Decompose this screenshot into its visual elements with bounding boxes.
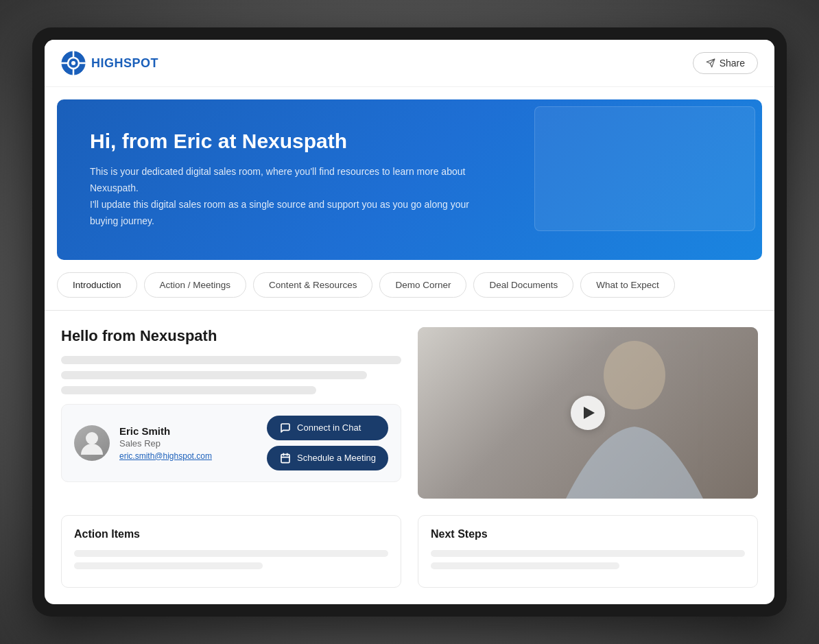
left-column: Hello from Nexuspath	[61, 327, 401, 499]
hero-desc-line2: I'll update this digital sales room as a…	[90, 197, 488, 230]
tab-introduction[interactable]: Introduction	[57, 272, 137, 298]
svg-point-14	[604, 341, 665, 409]
next-step-line-1	[431, 550, 745, 557]
contact-name: Eric Smith	[119, 425, 212, 437]
share-icon	[706, 58, 715, 68]
video-thumbnail[interactable]	[418, 327, 758, 499]
nav-tabs: Introduction Action / Meetings Content &…	[45, 260, 774, 311]
device-frame: HIGHSPOT Share Hi, from Eric at Nexuspat…	[32, 27, 787, 616]
svg-point-9	[86, 432, 98, 444]
calendar-icon	[279, 452, 292, 464]
next-step-line-2	[431, 562, 619, 569]
bottom-section: Action Items Next Steps	[45, 499, 774, 604]
main-content: Hello from Nexuspath	[45, 311, 774, 499]
hero-title: Hi, from Eric at Nexuspath	[90, 130, 729, 153]
tab-demo-corner[interactable]: Demo Corner	[379, 272, 466, 298]
text-placeholder-3	[61, 386, 316, 394]
tab-deal-documents[interactable]: Deal Documents	[473, 272, 573, 298]
action-items-card: Action Items	[61, 515, 401, 588]
logo-area: HIGHSPOT	[61, 51, 158, 75]
contact-info: Eric Smith Sales Rep eric.smith@highspot…	[74, 425, 212, 461]
app-header: HIGHSPOT Share	[45, 40, 774, 87]
avatar-image	[74, 425, 110, 461]
next-steps-title: Next Steps	[431, 528, 745, 540]
contact-email: eric.smith@highspot.com	[119, 451, 212, 461]
right-column	[418, 327, 758, 499]
svg-point-2	[71, 61, 75, 65]
connect-chat-button[interactable]: Connect in Chat	[267, 416, 388, 440]
schedule-meeting-button[interactable]: Schedule a Meeting	[267, 446, 388, 470]
highspot-logo-icon	[61, 51, 86, 75]
contact-actions: Connect in Chat Sche	[267, 416, 388, 470]
action-items-title: Action Items	[74, 528, 388, 540]
action-item-line-1	[74, 550, 388, 557]
contact-details: Eric Smith Sales Rep eric.smith@highspot…	[119, 425, 212, 461]
share-button[interactable]: Share	[693, 52, 758, 74]
tab-what-to-expect[interactable]: What to Expect	[580, 272, 675, 298]
svg-rect-10	[281, 454, 289, 462]
tab-action-meetings[interactable]: Action / Meetings	[144, 272, 247, 298]
contact-role: Sales Rep	[119, 438, 212, 449]
section-title-hello: Hello from Nexuspath	[61, 327, 401, 345]
play-button[interactable]	[571, 396, 605, 430]
next-steps-card: Next Steps	[418, 515, 758, 588]
logo-text: HIGHSPOT	[91, 56, 158, 71]
contact-card: Eric Smith Sales Rep eric.smith@highspot…	[61, 404, 401, 482]
browser-window: HIGHSPOT Share Hi, from Eric at Nexuspat…	[45, 40, 774, 604]
hero-banner: Hi, from Eric at Nexuspath This is your …	[57, 99, 762, 259]
action-item-line-2	[74, 562, 263, 569]
tab-content-resources[interactable]: Content & Resources	[253, 272, 372, 298]
chat-icon	[279, 422, 292, 434]
text-placeholder-1	[61, 356, 401, 364]
hero-desc-line1: This is your dedicated digital sales roo…	[90, 164, 488, 197]
text-placeholder-2	[61, 371, 367, 379]
avatar	[74, 425, 110, 461]
